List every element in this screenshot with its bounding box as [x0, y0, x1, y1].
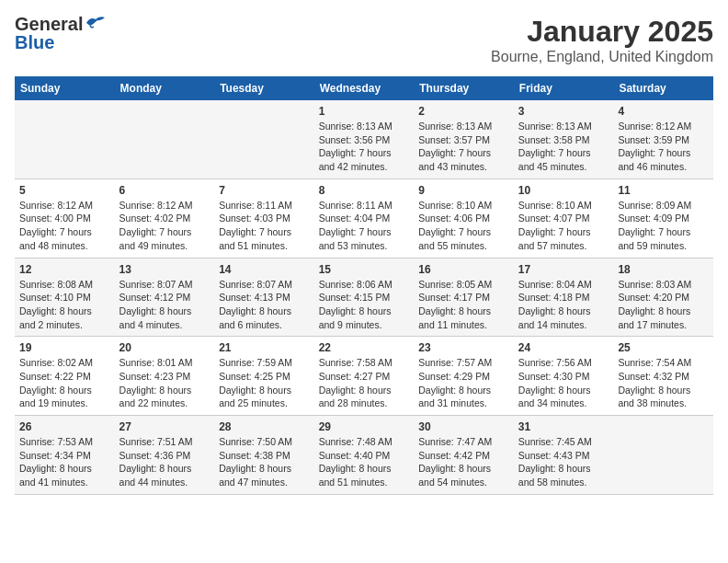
day-number: 13 [119, 263, 210, 276]
title-block: January 2025 Bourne, England, United Kin… [491, 15, 713, 65]
calendar-cell: 13Sunrise: 8:07 AMSunset: 4:12 PMDayligh… [115, 258, 215, 337]
day-number: 24 [518, 341, 609, 354]
day-number: 5 [19, 184, 110, 197]
day-info: Sunrise: 8:13 AMSunset: 3:57 PMDaylight:… [418, 120, 509, 174]
logo-blue-text: Blue [15, 33, 54, 52]
day-number: 22 [319, 341, 410, 354]
page-header: General Blue January 2025 Bourne, Englan… [15, 15, 713, 65]
calendar-week-row: 19Sunrise: 8:02 AMSunset: 4:22 PMDayligh… [15, 337, 713, 416]
day-info: Sunrise: 8:06 AMSunset: 4:15 PMDaylight:… [319, 278, 410, 332]
day-info: Sunrise: 8:05 AMSunset: 4:17 PMDaylight:… [418, 278, 509, 332]
calendar-cell: 16Sunrise: 8:05 AMSunset: 4:17 PMDayligh… [414, 258, 514, 337]
calendar-cell: 11Sunrise: 8:09 AMSunset: 4:09 PMDayligh… [613, 178, 713, 258]
page-subtitle: Bourne, England, United Kingdom [491, 49, 713, 65]
calendar-header-thursday: Thursday [414, 76, 514, 100]
calendar-cell: 7Sunrise: 8:11 AMSunset: 4:03 PMDaylight… [214, 178, 314, 258]
day-number: 19 [19, 341, 110, 354]
day-info: Sunrise: 8:04 AMSunset: 4:18 PMDaylight:… [518, 278, 609, 332]
day-number: 1 [319, 105, 410, 118]
day-info: Sunrise: 7:51 AMSunset: 4:36 PMDaylight:… [119, 435, 210, 489]
calendar-cell [214, 100, 314, 178]
calendar-cell [613, 416, 713, 495]
calendar-cell: 21Sunrise: 7:59 AMSunset: 4:25 PMDayligh… [214, 337, 314, 416]
day-number: 10 [518, 184, 609, 197]
calendar-cell: 23Sunrise: 7:57 AMSunset: 4:29 PMDayligh… [414, 337, 514, 416]
day-info: Sunrise: 7:58 AMSunset: 4:27 PMDaylight:… [319, 356, 410, 410]
logo-general-text: General [15, 15, 83, 33]
day-info: Sunrise: 7:56 AMSunset: 4:30 PMDaylight:… [518, 356, 609, 410]
day-number: 23 [418, 341, 509, 354]
calendar-header-wednesday: Wednesday [314, 76, 415, 100]
calendar-cell: 31Sunrise: 7:45 AMSunset: 4:43 PMDayligh… [514, 416, 614, 495]
day-number: 6 [119, 184, 210, 197]
day-number: 20 [119, 341, 210, 354]
calendar-cell: 14Sunrise: 8:07 AMSunset: 4:13 PMDayligh… [214, 258, 314, 337]
day-info: Sunrise: 8:02 AMSunset: 4:22 PMDaylight:… [19, 356, 110, 410]
calendar-cell: 17Sunrise: 8:04 AMSunset: 4:18 PMDayligh… [514, 258, 614, 337]
day-info: Sunrise: 8:13 AMSunset: 3:58 PMDaylight:… [518, 120, 609, 174]
calendar-table: SundayMondayTuesdayWednesdayThursdayFrid… [15, 76, 713, 495]
calendar-week-row: 26Sunrise: 7:53 AMSunset: 4:34 PMDayligh… [15, 416, 713, 495]
calendar-cell: 4Sunrise: 8:12 AMSunset: 3:59 PMDaylight… [613, 100, 713, 178]
day-info: Sunrise: 8:11 AMSunset: 4:04 PMDaylight:… [319, 199, 410, 253]
day-info: Sunrise: 7:53 AMSunset: 4:34 PMDaylight:… [19, 435, 110, 489]
day-info: Sunrise: 8:11 AMSunset: 4:03 PMDaylight:… [219, 199, 310, 253]
day-number: 28 [219, 420, 310, 433]
day-number: 21 [219, 341, 310, 354]
day-number: 4 [618, 105, 709, 118]
day-number: 30 [418, 420, 509, 433]
calendar-cell: 25Sunrise: 7:54 AMSunset: 4:32 PMDayligh… [613, 337, 713, 416]
calendar-cell: 29Sunrise: 7:48 AMSunset: 4:40 PMDayligh… [314, 416, 415, 495]
calendar-cell: 27Sunrise: 7:51 AMSunset: 4:36 PMDayligh… [115, 416, 215, 495]
logo: General Blue [15, 15, 107, 52]
day-number: 26 [19, 420, 110, 433]
day-number: 8 [319, 184, 410, 197]
calendar-cell: 3Sunrise: 8:13 AMSunset: 3:58 PMDaylight… [514, 100, 614, 178]
day-info: Sunrise: 7:48 AMSunset: 4:40 PMDaylight:… [319, 435, 410, 489]
day-number: 3 [518, 105, 609, 118]
day-number: 18 [618, 263, 709, 276]
day-info: Sunrise: 8:12 AMSunset: 4:02 PMDaylight:… [119, 199, 210, 253]
day-number: 12 [19, 263, 110, 276]
day-info: Sunrise: 8:09 AMSunset: 4:09 PMDaylight:… [618, 199, 709, 253]
day-number: 11 [618, 184, 709, 197]
logo-bird-icon [85, 15, 107, 31]
calendar-body: 1Sunrise: 8:13 AMSunset: 3:56 PMDaylight… [15, 100, 713, 494]
calendar-cell: 6Sunrise: 8:12 AMSunset: 4:02 PMDaylight… [115, 178, 215, 258]
calendar-cell: 30Sunrise: 7:47 AMSunset: 4:42 PMDayligh… [414, 416, 514, 495]
calendar-cell: 12Sunrise: 8:08 AMSunset: 4:10 PMDayligh… [15, 258, 115, 337]
day-number: 25 [618, 341, 709, 354]
day-number: 31 [518, 420, 609, 433]
day-info: Sunrise: 8:01 AMSunset: 4:23 PMDaylight:… [119, 356, 210, 410]
calendar-cell: 10Sunrise: 8:10 AMSunset: 4:07 PMDayligh… [514, 178, 614, 258]
day-info: Sunrise: 8:07 AMSunset: 4:12 PMDaylight:… [119, 278, 210, 332]
calendar-cell: 2Sunrise: 8:13 AMSunset: 3:57 PMDaylight… [414, 100, 514, 178]
day-number: 14 [219, 263, 310, 276]
calendar-cell [115, 100, 215, 178]
calendar-week-row: 5Sunrise: 8:12 AMSunset: 4:00 PMDaylight… [15, 178, 713, 258]
day-number: 2 [418, 105, 509, 118]
calendar-header-saturday: Saturday [613, 76, 713, 100]
day-info: Sunrise: 8:08 AMSunset: 4:10 PMDaylight:… [19, 278, 110, 332]
calendar-header-sunday: Sunday [15, 76, 115, 100]
day-info: Sunrise: 7:59 AMSunset: 4:25 PMDaylight:… [219, 356, 310, 410]
calendar-cell: 20Sunrise: 8:01 AMSunset: 4:23 PMDayligh… [115, 337, 215, 416]
day-info: Sunrise: 8:10 AMSunset: 4:06 PMDaylight:… [418, 199, 509, 253]
calendar-cell: 8Sunrise: 8:11 AMSunset: 4:04 PMDaylight… [314, 178, 415, 258]
day-info: Sunrise: 8:12 AMSunset: 4:00 PMDaylight:… [19, 199, 110, 253]
calendar-cell: 28Sunrise: 7:50 AMSunset: 4:38 PMDayligh… [214, 416, 314, 495]
calendar-cell: 18Sunrise: 8:03 AMSunset: 4:20 PMDayligh… [613, 258, 713, 337]
calendar-cell: 9Sunrise: 8:10 AMSunset: 4:06 PMDaylight… [414, 178, 514, 258]
calendar-cell: 24Sunrise: 7:56 AMSunset: 4:30 PMDayligh… [514, 337, 614, 416]
day-info: Sunrise: 8:13 AMSunset: 3:56 PMDaylight:… [319, 120, 410, 174]
page-title: January 2025 [491, 15, 713, 49]
day-info: Sunrise: 8:03 AMSunset: 4:20 PMDaylight:… [618, 278, 709, 332]
day-info: Sunrise: 7:50 AMSunset: 4:38 PMDaylight:… [219, 435, 310, 489]
day-info: Sunrise: 7:47 AMSunset: 4:42 PMDaylight:… [418, 435, 509, 489]
calendar-header-row: SundayMondayTuesdayWednesdayThursdayFrid… [15, 76, 713, 100]
day-number: 9 [418, 184, 509, 197]
calendar-cell: 22Sunrise: 7:58 AMSunset: 4:27 PMDayligh… [314, 337, 415, 416]
day-number: 27 [119, 420, 210, 433]
day-info: Sunrise: 7:45 AMSunset: 4:43 PMDaylight:… [518, 435, 609, 489]
calendar-cell: 19Sunrise: 8:02 AMSunset: 4:22 PMDayligh… [15, 337, 115, 416]
